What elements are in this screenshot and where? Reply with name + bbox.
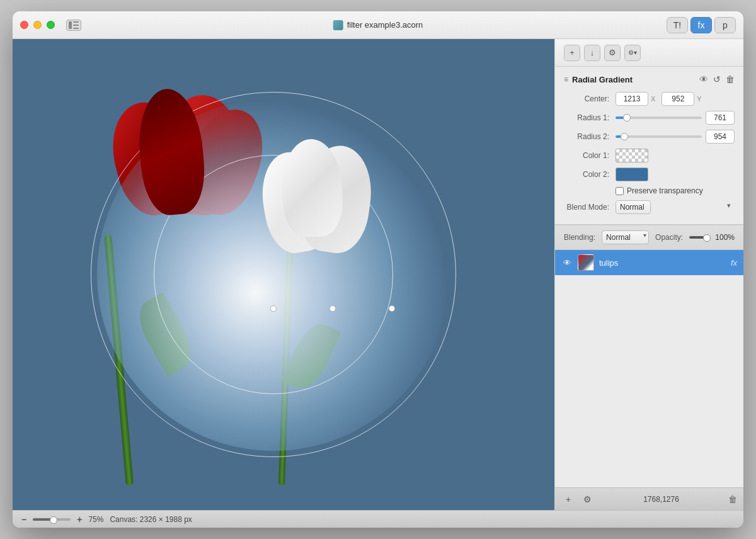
layer-item-tulips[interactable]: 👁 tulips fx xyxy=(555,250,743,275)
opacity-label: Opacity: xyxy=(655,233,683,242)
panel-bottom: + ⚙ 1768,1276 🗑 xyxy=(555,487,743,510)
zoom-out-button[interactable]: − xyxy=(21,514,26,525)
filter-panel: ≡ Radial Gradient 👁 ↺ 🗑 Center: X xyxy=(555,67,743,225)
traffic-lights xyxy=(20,21,55,29)
layer-visibility-button[interactable]: 👁 xyxy=(561,257,573,268)
layer-name: tulips xyxy=(599,258,726,268)
download-filter-button[interactable]: ↓ xyxy=(584,45,600,61)
panel-toolbar: + ↓ ⚙ ⚙▾ xyxy=(555,39,743,67)
titlebar-tools: T! fx p xyxy=(667,17,736,33)
layer-thumbnail xyxy=(578,254,594,271)
radius1-slider-thumb[interactable] xyxy=(623,114,631,122)
tulip-white xyxy=(244,139,396,315)
radius1-label: Radius 1: xyxy=(564,113,609,122)
window-title-area: filter example3.acorn xyxy=(333,20,423,30)
y-label: Y xyxy=(697,95,701,103)
svg-rect-1 xyxy=(73,21,79,23)
file-icon xyxy=(333,20,343,30)
filter-reset-button[interactable]: ↺ xyxy=(713,74,721,84)
preserve-transparency-row: Preserve transparency xyxy=(616,186,735,195)
zoom-in-button[interactable]: + xyxy=(77,514,82,525)
x-label: X xyxy=(651,95,655,103)
radius2-slider-thumb[interactable] xyxy=(621,133,628,140)
filters-button[interactable]: fx xyxy=(690,17,712,33)
preserve-transparency-checkbox[interactable] xyxy=(616,187,624,195)
center-y-input[interactable] xyxy=(662,92,694,106)
blend-mode-select[interactable]: Normal Multiply Screen Overlay xyxy=(616,200,651,214)
delete-layer-button[interactable]: 🗑 xyxy=(728,494,737,504)
color1-label: Color 1: xyxy=(564,151,609,160)
radius2-slider[interactable] xyxy=(616,135,702,138)
opacity-slider[interactable] xyxy=(689,236,709,239)
color2-swatch[interactable] xyxy=(616,167,648,181)
radius1-row: Radius 1: 761 xyxy=(564,111,735,125)
tools-button[interactable]: T! xyxy=(667,17,688,33)
params-button[interactable]: p xyxy=(714,17,736,33)
minimize-button[interactable] xyxy=(33,21,42,29)
filter-header-left: ≡ Radial Gradient xyxy=(564,75,633,84)
main-content: + ↓ ⚙ ⚙▾ ≡ Radial Gradient 👁 ↺ xyxy=(13,39,743,510)
filter-title: Radial Gradient xyxy=(572,75,633,84)
blending-label: Blending: xyxy=(564,233,595,242)
filter-visibility-button[interactable]: 👁 xyxy=(699,74,708,84)
canvas-inner xyxy=(38,64,529,485)
sidebar-toggle-button[interactable] xyxy=(66,20,81,31)
preserve-transparency-label: Preserve transparency xyxy=(627,186,703,195)
center-x-input[interactable] xyxy=(616,92,648,106)
radius2-row: Radius 2: 954 xyxy=(564,130,735,144)
filter-menu-icon[interactable]: ≡ xyxy=(564,75,568,84)
more-filter-button[interactable]: ⚙▾ xyxy=(624,45,641,61)
tulip-scene xyxy=(38,64,529,485)
gear-filter-button[interactable]: ⚙ xyxy=(604,45,621,61)
svg-rect-2 xyxy=(73,25,79,26)
center-input-group: X Y xyxy=(616,92,702,106)
radius1-slider-container: 761 xyxy=(616,111,735,125)
right-panel: + ↓ ⚙ ⚙▾ ≡ Radial Gradient 👁 ↺ xyxy=(554,39,743,510)
color1-row: Color 1: xyxy=(564,149,735,162)
blending-select-wrapper: Normal Multiply Screen xyxy=(602,230,649,244)
filter-delete-button[interactable]: 🗑 xyxy=(726,74,735,84)
blending-select[interactable]: Normal Multiply Screen xyxy=(602,230,649,244)
leaf-1 xyxy=(130,292,200,377)
filter-header: ≡ Radial Gradient 👁 ↺ 🗑 xyxy=(564,74,735,84)
canvas-info: Canvas: 2326 × 1988 px xyxy=(110,515,192,524)
radius2-input[interactable]: 954 xyxy=(706,130,735,144)
blend-mode-row: Blend Mode: Normal Multiply Screen Overl… xyxy=(564,200,735,214)
blend-mode-select-wrapper: Normal Multiply Screen Overlay xyxy=(616,200,735,214)
filter-header-icons: 👁 ↺ 🗑 xyxy=(699,74,735,84)
color2-row: Color 2: xyxy=(564,167,735,181)
status-bar: − + 75% Canvas: 2326 × 1988 px xyxy=(13,510,743,528)
svg-rect-0 xyxy=(69,21,72,29)
maximize-button[interactable] xyxy=(47,21,55,29)
color2-label: Color 2: xyxy=(564,170,609,179)
radius2-label: Radius 2: xyxy=(564,132,609,141)
layers-area: 👁 tulips fx xyxy=(555,250,743,487)
center-label: Center: xyxy=(564,94,609,103)
layer-coordinates: 1768,1276 xyxy=(599,495,723,504)
center-row: Center: X Y xyxy=(564,92,735,106)
opacity-value: 100% xyxy=(715,233,735,242)
gear-layer-button[interactable]: ⚙ xyxy=(580,492,594,506)
canvas-area[interactable] xyxy=(13,39,554,510)
zoom-level: 75% xyxy=(88,515,103,524)
add-filter-button[interactable]: + xyxy=(564,45,580,61)
color1-swatch[interactable] xyxy=(616,149,648,162)
radius2-slider-container: 954 xyxy=(616,130,735,144)
window-title: filter example3.acorn xyxy=(347,20,423,30)
panel-toolbar-actions: + ↓ ⚙ ⚙▾ xyxy=(564,45,641,61)
add-layer-button[interactable]: + xyxy=(561,492,575,506)
layer-fx-button[interactable]: fx xyxy=(731,258,737,268)
radius1-input[interactable]: 761 xyxy=(706,111,735,125)
radius1-slider[interactable] xyxy=(616,116,702,119)
app-window: filter example3.acorn T! fx p xyxy=(13,11,743,528)
blend-mode-label: Blend Mode: xyxy=(564,203,616,212)
close-button[interactable] xyxy=(20,21,28,29)
zoom-slider[interactable] xyxy=(33,518,71,521)
blending-bar: Blending: Normal Multiply Screen Opacity… xyxy=(555,225,743,250)
svg-rect-3 xyxy=(73,28,79,29)
titlebar: filter example3.acorn T! fx p xyxy=(13,11,743,39)
